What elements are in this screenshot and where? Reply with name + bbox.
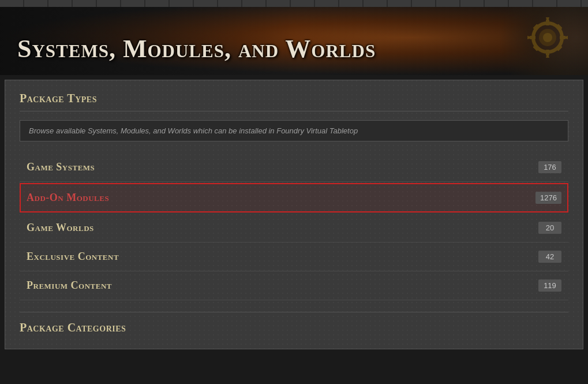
header-banner: Systems, Modules, and Worlds	[0, 0, 588, 75]
package-item-game-worlds[interactable]: Game Worlds 20	[20, 214, 568, 243]
premium-content-label: Premium Content	[27, 279, 112, 292]
description-box: Browse available Systems, Modules, and W…	[20, 120, 568, 141]
main-content: Package Types Browse available Systems, …	[5, 80, 583, 349]
svg-rect-5	[530, 36, 535, 39]
premium-content-count: 119	[538, 279, 561, 292]
package-item-add-on-modules[interactable]: Add-On Modules 1276	[20, 183, 568, 212]
game-worlds-count: 20	[538, 222, 561, 234]
svg-rect-3	[546, 20, 549, 25]
exclusive-content-count: 42	[538, 251, 561, 263]
package-item-game-systems[interactable]: Game Systems 176	[20, 153, 568, 182]
description-text: Browse available Systems, Modules, and W…	[29, 126, 358, 135]
svg-rect-4	[546, 50, 549, 55]
add-on-modules-count: 1276	[535, 192, 561, 204]
game-worlds-label: Game Worlds	[27, 222, 94, 234]
package-item-premium-content[interactable]: Premium Content 119	[20, 271, 568, 300]
package-categories-heading: Package Categories	[20, 312, 568, 334]
game-systems-label: Game Systems	[27, 161, 95, 173]
svg-rect-6	[560, 36, 565, 39]
package-list: Game Systems 176 Add-On Modules 1276 Gam…	[20, 153, 568, 300]
svg-point-2	[543, 33, 552, 42]
add-on-modules-label: Add-On Modules	[27, 192, 109, 204]
package-types-heading: Package Types	[20, 92, 568, 111]
exclusive-content-label: Exclusive Content	[27, 251, 119, 263]
gear-icon	[522, 12, 574, 64]
gear-decoration	[519, 6, 576, 69]
package-item-exclusive-content[interactable]: Exclusive Content 42	[20, 243, 568, 271]
game-systems-count: 176	[538, 161, 561, 173]
brick-decoration	[0, 0, 588, 7]
page-title: Systems, Modules, and Worlds	[17, 34, 376, 64]
